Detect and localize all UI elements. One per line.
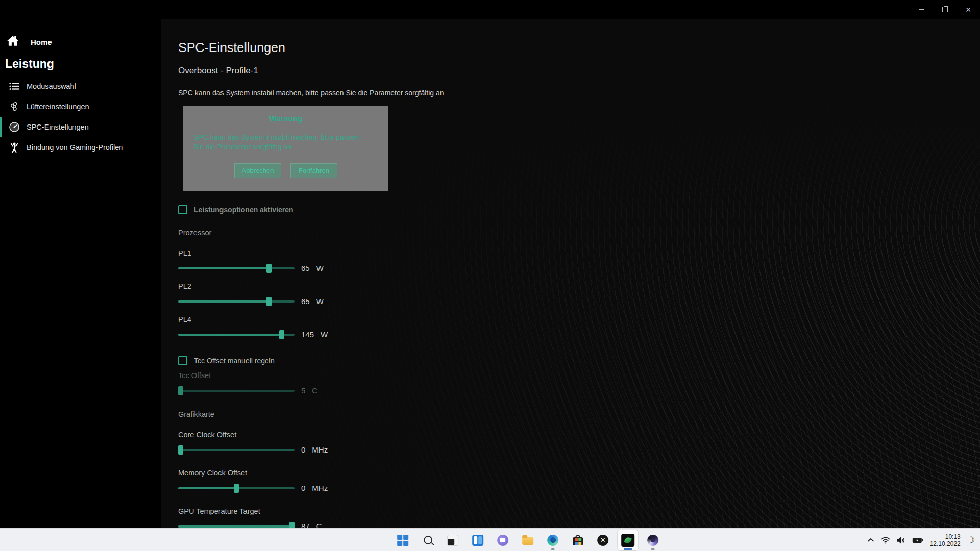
clock[interactable]: 10:13 12.10.2022 [930, 533, 961, 547]
slider-value: 65 [301, 264, 310, 272]
tray-date: 12.10.2022 [930, 540, 961, 547]
person-icon [7, 142, 21, 153]
slider-value: 145 [301, 330, 314, 339]
checkbox-icon[interactable] [178, 205, 187, 214]
file-explorer-icon [522, 537, 533, 545]
checkbox-icon[interactable] [178, 356, 187, 365]
store-button[interactable] [568, 530, 588, 550]
pl2-slider[interactable] [178, 300, 295, 303]
pl1-slider[interactable] [178, 267, 295, 269]
slider-thumb[interactable] [178, 445, 183, 455]
minimize-button[interactable] [910, 0, 933, 19]
search-button[interactable] [418, 530, 438, 550]
sidebar-item-label: Bindung von Gaming-Profilen [27, 143, 123, 152]
layout-app-icon [472, 535, 483, 546]
control-center-icon [621, 534, 634, 547]
xbox-icon: ✕ [597, 535, 608, 546]
core-clock-slider[interactable] [178, 449, 295, 451]
minimize-icon [919, 9, 924, 10]
sidebar-item-modusauswahl[interactable]: Modusauswahl [0, 76, 161, 96]
dialog-body: SPC kann das System instabil machen, bit… [193, 133, 362, 152]
file-explorer-button[interactable] [518, 530, 538, 550]
slider-value: 0 [301, 484, 305, 492]
memory-clock-slider[interactable] [178, 487, 295, 489]
chevron-up-icon[interactable] [867, 538, 874, 542]
volume-icon[interactable] [897, 537, 905, 544]
tcc-offset-slider[interactable] [178, 390, 295, 392]
page-title: SPC-Einstellungen [178, 40, 980, 55]
tray-time: 10:13 [945, 533, 961, 540]
slider-row-gpu-temp: GPU Temperature Target 87 C [178, 507, 505, 528]
slider-thumb[interactable] [279, 330, 284, 339]
pl4-slider[interactable] [178, 334, 295, 336]
dialog-title: Warnung [193, 114, 378, 123]
slider-label: Tcc Offset [178, 371, 505, 380]
sidebar-home-label: Home [31, 38, 52, 46]
control-center-button[interactable] [618, 530, 638, 550]
cpu-section-label: Prozessor [178, 229, 980, 237]
close-icon: ✕ [965, 6, 971, 14]
dark-app-button[interactable] [443, 530, 463, 550]
slider-unit: C [316, 522, 322, 528]
slider-unit: W [316, 297, 324, 306]
sidebar-heading: Leistung [5, 57, 161, 71]
chat-icon [497, 535, 508, 546]
chat-button[interactable] [493, 530, 513, 550]
slider-thumb[interactable] [178, 386, 183, 395]
slider-unit: MHz [312, 484, 328, 492]
continue-button[interactable]: Fortfahren [290, 163, 337, 178]
slider-thumb[interactable] [289, 522, 295, 529]
xbox-button[interactable]: ✕ [593, 530, 613, 550]
slider-thumb[interactable] [266, 297, 272, 306]
close-button[interactable]: ✕ [957, 0, 980, 19]
start-icon [397, 535, 408, 546]
slider-unit: MHz [312, 445, 328, 454]
cancel-button[interactable]: Abbrechen [234, 163, 281, 178]
slider-thumb[interactable] [266, 264, 272, 273]
start-button[interactable] [393, 530, 413, 550]
fan-icon [7, 101, 21, 112]
slider-label: PL4 [178, 315, 505, 323]
home-icon [6, 35, 19, 49]
wifi-icon[interactable] [881, 537, 890, 544]
edge-icon [547, 535, 558, 546]
gpu-section-label: Grafikkarte [178, 410, 980, 418]
slider-unit: C [312, 386, 317, 395]
layout-app-button[interactable] [468, 530, 488, 550]
enable-performance-checkbox[interactable]: Leistungsoptionen aktivieren [178, 205, 980, 214]
sidebar-item-luefter[interactable]: Lüftereinstellungen [0, 96, 161, 117]
battery-icon[interactable] [912, 537, 923, 543]
dark-app-icon [448, 535, 458, 545]
slider-thumb[interactable] [234, 484, 239, 493]
sidebar-item-gaming-profile[interactable]: Bindung von Gaming-Profilen [0, 137, 161, 158]
sidebar-item-home[interactable]: Home [6, 35, 161, 49]
swirl-app-button[interactable] [643, 530, 663, 550]
main-content: SPC-Einstellungen Overboost - Profile-1 … [161, 19, 980, 528]
tcc-offset-checkbox[interactable]: Tcc Offset manuell regeln [178, 356, 980, 365]
slider-unit: W [316, 264, 324, 272]
slider-row-pl4: PL4 145 W [178, 315, 505, 339]
gauge-icon [7, 121, 21, 133]
moon-icon[interactable]: ☽ [967, 535, 975, 545]
swirl-app-icon [647, 535, 658, 546]
gpu-temp-slider[interactable] [178, 525, 295, 528]
edge-button[interactable] [543, 530, 563, 550]
window-controls: ✕ [910, 0, 980, 19]
slider-unit: W [321, 330, 328, 339]
sidebar-item-label: SPC-Einstellungen [27, 123, 89, 131]
restore-icon [942, 7, 948, 12]
slider-row-pl1: PL1 65 W [178, 249, 505, 272]
store-icon [573, 537, 583, 545]
checkbox-label: Leistungsoptionen aktivieren [194, 206, 293, 214]
sidebar-item-spc[interactable]: SPC-Einstellungen [0, 117, 161, 137]
slider-value: 5 [301, 386, 305, 395]
restore-button[interactable] [933, 0, 957, 19]
slider-label: PL1 [178, 249, 505, 257]
list-icon [7, 82, 21, 90]
slider-label: Core Clock Offset [178, 431, 505, 439]
titlebar: ✕ [0, 0, 980, 19]
slider-value: 0 [301, 445, 305, 454]
slider-label: Memory Clock Offset [178, 469, 505, 477]
sidebar-item-label: Modusauswahl [27, 82, 76, 90]
slider-row-memory-clock: Memory Clock Offset 0 MHz [178, 469, 505, 492]
